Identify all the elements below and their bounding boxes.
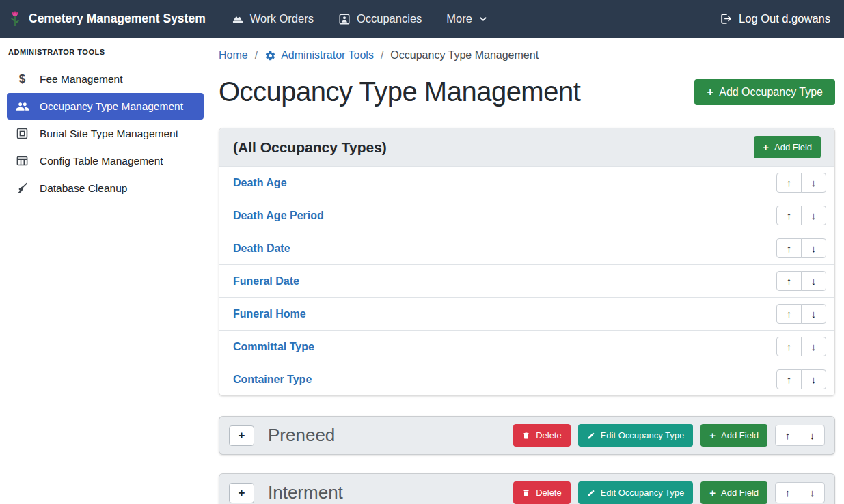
add-occupancy-type-button[interactable]: + Add Occupancy Type (694, 79, 835, 105)
occupancy-type-section-interment: + Interment Delete Edit Occupancy Type (219, 473, 835, 504)
move-down-button[interactable]: ↓ (800, 425, 825, 446)
up-arrow-icon: ↑ (787, 210, 792, 221)
field-link-committal-type[interactable]: Committal Type (233, 341, 314, 353)
move-down-button[interactable]: ↓ (801, 369, 826, 389)
move-up-button[interactable]: ↑ (776, 369, 802, 389)
nav-work-orders[interactable]: Work Orders (232, 12, 314, 25)
plus-icon: + (709, 430, 716, 440)
field-row: Death Date ↑ ↓ (219, 232, 834, 264)
edit-occupancy-type-button[interactable]: Edit Occupancy Type (578, 481, 694, 504)
up-arrow-icon: ↑ (785, 430, 791, 440)
breadcrumb-home[interactable]: Home (219, 49, 248, 61)
move-down-button[interactable]: ↓ (801, 206, 826, 225)
field-link-death-age-period[interactable]: Death Age Period (233, 210, 324, 222)
sidebar-item-database-cleanup[interactable]: Database Cleanup (7, 175, 204, 201)
delete-button[interactable]: Delete (513, 424, 571, 447)
field-row: Committal Type ↑ ↓ (219, 330, 834, 363)
sidebar-item-burial-site-type-management[interactable]: Burial Site Type Management (7, 120, 204, 147)
add-occupancy-type-label: Add Occupancy Type (719, 86, 823, 98)
move-down-button[interactable]: ↓ (801, 337, 826, 356)
field-link-funeral-home[interactable]: Funeral Home (233, 308, 306, 320)
sidebar-item-fee-management[interactable]: $ Fee Management (7, 66, 204, 92)
reorder-button-group: ↑ ↓ (776, 173, 826, 193)
delete-button[interactable]: Delete (513, 481, 571, 504)
field-link-death-age[interactable]: Death Age (233, 177, 287, 189)
add-field-label: Add Field (774, 142, 812, 152)
chevron-down-icon (478, 14, 488, 24)
field-link-funeral-date[interactable]: Funeral Date (233, 275, 299, 288)
reorder-button-group: ↑ ↓ (775, 482, 825, 503)
move-up-button[interactable]: ↑ (776, 238, 802, 258)
move-up-button[interactable]: ↑ (776, 337, 802, 356)
users-icon (14, 100, 31, 113)
plus-icon: + (709, 488, 716, 498)
logout-button[interactable]: Log Out d.gowans (720, 12, 830, 25)
flower-logo-icon (8, 10, 22, 28)
nav-work-orders-label: Work Orders (250, 12, 314, 25)
sidebar: ADMINISTRATOR TOOLS $ Fee Management Occ… (0, 38, 210, 504)
add-field-label: Add Field (721, 488, 759, 498)
move-down-button[interactable]: ↓ (801, 173, 826, 193)
move-up-button[interactable]: ↑ (776, 173, 802, 193)
field-row: Funeral Home ↑ ↓ (219, 297, 834, 330)
move-down-button[interactable]: ↓ (801, 271, 826, 291)
move-up-button[interactable]: ↑ (776, 271, 802, 291)
nav-more[interactable]: More (446, 12, 488, 25)
breadcrumb-admin-tools-label: Administrator Tools (281, 49, 374, 61)
plus-icon: + (763, 142, 769, 152)
expand-section-button[interactable]: + (229, 425, 254, 446)
sidebar-item-label: Database Cleanup (40, 182, 127, 195)
field-link-death-date[interactable]: Death Date (233, 242, 290, 255)
up-arrow-icon: ↑ (787, 309, 792, 319)
add-field-button[interactable]: + Add Field (754, 136, 821, 158)
sidebar-item-label: Config Table Management (40, 155, 163, 167)
field-row: Death Age Period ↑ ↓ (219, 199, 834, 232)
section-title: Interment (268, 482, 513, 503)
edit-occupancy-type-button[interactable]: Edit Occupancy Type (578, 424, 694, 447)
trash-icon (522, 432, 530, 440)
add-field-label: Add Field (721, 430, 759, 440)
sidebar-item-config-table-management[interactable]: Config Table Management (7, 148, 204, 174)
add-field-button[interactable]: + Add Field (700, 424, 767, 447)
move-down-button[interactable]: ↓ (801, 304, 826, 324)
sidebar-item-label: Burial Site Type Management (40, 128, 178, 140)
app-title: Cemetery Management System (29, 12, 206, 26)
trash-icon (522, 489, 530, 497)
add-field-button[interactable]: + Add Field (700, 481, 767, 504)
nav-occupancies-label: Occupancies (357, 12, 422, 25)
breadcrumb-current: Occupancy Type Management (390, 49, 539, 61)
main-content: Home / Administrator Tools / Occupancy T… (210, 38, 844, 504)
plus-icon: + (239, 429, 245, 443)
down-arrow-icon: ↓ (811, 309, 817, 319)
sidebar-item-occupancy-type-management[interactable]: Occupancy Type Management (7, 93, 204, 120)
nav-occupancies[interactable]: Occupancies (338, 12, 422, 25)
plus-icon: + (707, 86, 713, 98)
down-arrow-icon: ↓ (811, 341, 817, 352)
all-occupancy-types-card: (All Occupancy Types) + Add Field Death … (219, 128, 835, 396)
up-arrow-icon: ↑ (787, 178, 792, 188)
down-arrow-icon: ↓ (810, 488, 815, 498)
move-up-button[interactable]: ↑ (776, 304, 802, 324)
edit-occupancy-type-label: Edit Occupancy Type (601, 488, 685, 498)
move-up-button[interactable]: ↑ (775, 425, 800, 446)
expand-section-button[interactable]: + (229, 483, 254, 503)
field-link-container-type[interactable]: Container Type (233, 374, 312, 386)
reorder-button-group: ↑ ↓ (776, 304, 826, 324)
move-up-button[interactable]: ↑ (775, 482, 800, 503)
delete-label: Delete (536, 488, 562, 498)
all-types-card-header: (All Occupancy Types) + Add Field (219, 128, 834, 166)
section-title: Preneed (268, 425, 513, 446)
breadcrumb-admin-tools[interactable]: Administrator Tools (264, 49, 374, 61)
pencil-icon (587, 432, 595, 440)
move-up-button[interactable]: ↑ (776, 206, 802, 225)
sidebar-header: ADMINISTRATOR TOOLS (0, 42, 210, 65)
app-brand[interactable]: Cemetery Management System (8, 10, 206, 28)
down-arrow-icon: ↓ (811, 178, 817, 188)
page-title: Occupancy Type Management (219, 76, 580, 107)
occupancy-frame-icon (338, 13, 351, 25)
logout-icon (720, 12, 733, 25)
move-down-button[interactable]: ↓ (801, 238, 826, 258)
down-arrow-icon: ↓ (811, 210, 817, 221)
all-types-card-title: (All Occupancy Types) (233, 139, 387, 156)
move-down-button[interactable]: ↓ (800, 482, 825, 503)
